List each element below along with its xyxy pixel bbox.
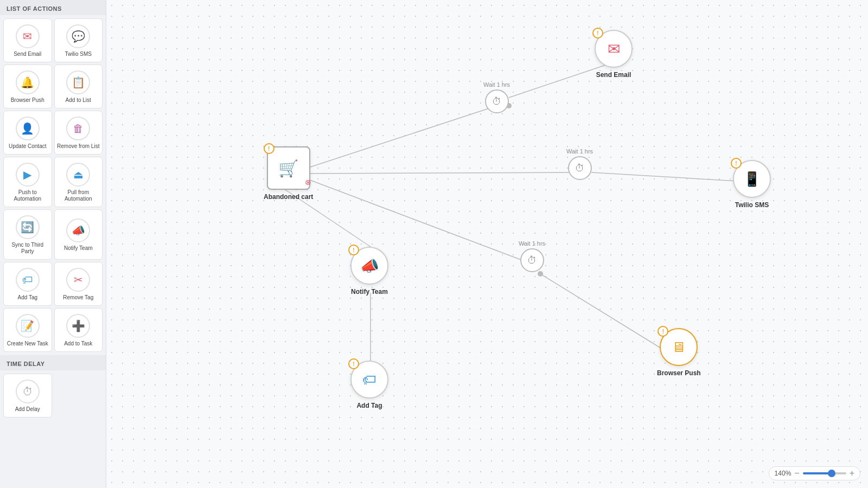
pull-automation-icon: ⏏ <box>66 163 90 187</box>
wait-3-circle[interactable]: ⏱ <box>520 248 544 272</box>
svg-line-2 <box>307 172 579 174</box>
remove-from-list-label: Remove from List <box>57 143 99 150</box>
abandoned-cart-label: Abandoned cart <box>264 193 313 201</box>
notify-team-circle: ! 📣 <box>350 247 388 285</box>
svg-line-3 <box>591 172 746 182</box>
zoom-in-button[interactable]: + <box>850 469 854 478</box>
time-delay-section-title: TIME DELAY <box>0 355 106 370</box>
sidebar-item-send-email[interactable]: ✉ Send Email <box>3 18 52 62</box>
add-task-label: Add to Task <box>64 341 92 347</box>
warning-icon: ! <box>348 358 359 369</box>
twilio-sms-node-label: Twilio SMS <box>735 201 769 209</box>
actions-grid: ✉ Send Email 💬 Twilio SMS 🔔 Browser Push… <box>0 15 106 355</box>
delay-grid: ⏱ Add Delay <box>0 370 106 421</box>
wait-1-circle[interactable]: ⏱ <box>485 89 509 113</box>
send-email-label: Send Email <box>14 51 41 57</box>
zoom-level-label: 140% <box>775 470 792 477</box>
twilio-sms-label: Twilio SMS <box>65 51 92 57</box>
wait-node-2: Wait 1 hrs ⏱ <box>566 148 593 180</box>
browser-push-label: Browser Push <box>11 97 44 104</box>
node-twilio-sms[interactable]: ! 📱 Twilio SMS <box>733 160 771 209</box>
node-browser-push[interactable]: ! 🖥 Browser Push <box>657 328 701 377</box>
sidebar-item-pull-automation[interactable]: ⏏ Pull from Automation <box>54 157 103 207</box>
svg-line-0 <box>307 106 497 168</box>
sidebar-item-push-automation[interactable]: ▶ Push to Automation <box>3 157 52 207</box>
node-add-tag[interactable]: ! 🏷 Add Tag <box>350 361 388 409</box>
wait-3-label: Wait 1 hrs <box>519 240 545 247</box>
remove-tag-icon: ✂ <box>66 268 90 292</box>
add-to-list-label: Add to List <box>66 97 91 104</box>
notify-team-node-label: Notify Team <box>351 288 388 296</box>
sidebar-item-add-task[interactable]: ➕ Add to Task <box>54 308 103 352</box>
send-email-circle: ! ✉ <box>595 30 633 68</box>
send-email-icon: ✉ <box>16 24 40 48</box>
sync-third-label: Sync to Third Party <box>6 242 49 255</box>
twilio-sms-icon: 💬 <box>66 24 90 48</box>
wait-2-label: Wait 1 hrs <box>566 148 593 155</box>
warning-icon: ! <box>264 143 275 154</box>
node-notify-team[interactable]: ! 📣 Notify Team <box>350 247 388 296</box>
pull-automation-label: Pull from Automation <box>57 189 100 202</box>
wait-1-label: Wait 1 hrs <box>483 81 510 88</box>
wait-node-1: Wait 1 hrs ⏱ <box>483 81 510 113</box>
sidebar-item-create-task[interactable]: 📝 Create New Task <box>3 308 52 352</box>
sidebar-item-twilio-sms[interactable]: 💬 Twilio SMS <box>54 18 103 62</box>
browser-push-circle: ! 🖥 <box>660 328 698 366</box>
add-to-list-icon: 📋 <box>66 70 90 94</box>
sidebar-item-add-tag[interactable]: 🏷 Add Tag <box>3 262 52 306</box>
add-tag-label: Add Tag <box>17 294 37 301</box>
node-abandoned-cart[interactable]: ! 🛒 ⊗ Abandoned cart <box>264 146 313 201</box>
sidebar: LIST OF ACTIONS ✉ Send Email 💬 Twilio SM… <box>0 0 106 488</box>
push-automation-label: Push to Automation <box>6 189 49 202</box>
send-email-node-label: Send Email <box>596 71 631 79</box>
remove-from-list-icon: 🗑 <box>66 117 90 140</box>
zoom-bar: 140% − + <box>769 466 860 480</box>
add-delay-label: Add Delay <box>15 406 40 413</box>
node-send-email[interactable]: ! ✉ Send Email <box>595 30 633 79</box>
sidebar-item-add-delay[interactable]: ⏱ Add Delay <box>3 374 52 418</box>
browser-push-node-label: Browser Push <box>657 369 701 377</box>
add-task-icon: ➕ <box>66 314 90 338</box>
sidebar-item-sync-third[interactable]: 🔄 Sync to Third Party <box>3 209 52 260</box>
create-task-icon: 📝 <box>16 314 40 338</box>
sidebar-item-add-to-list[interactable]: 📋 Add to List <box>54 65 103 108</box>
workflow-canvas: ! 🛒 ⊗ Abandoned cart ! ✉ Send Email ! 📱 … <box>106 0 868 488</box>
sync-third-icon: 🔄 <box>16 215 40 239</box>
notify-team-icon: 📣 <box>66 219 90 242</box>
warning-icon: ! <box>658 326 668 337</box>
sidebar-item-browser-push[interactable]: 🔔 Browser Push <box>3 65 52 108</box>
actions-section-title: LIST OF ACTIONS <box>0 0 106 15</box>
sidebar-item-update-contact[interactable]: 👤 Update Contact <box>3 111 52 155</box>
add-delay-icon: ⏱ <box>16 380 40 403</box>
create-task-label: Create New Task <box>7 341 48 347</box>
connector-lines <box>106 0 868 488</box>
remove-tag-label: Remove Tag <box>63 294 93 301</box>
svg-line-5 <box>540 274 668 352</box>
zoom-slider[interactable] <box>803 472 846 474</box>
sidebar-item-remove-tag[interactable]: ✂ Remove Tag <box>54 262 103 306</box>
add-tag-icon: 🏷 <box>16 268 40 292</box>
svg-line-1 <box>509 65 605 98</box>
add-tag-circle: ! 🏷 <box>350 361 388 399</box>
wait-node-3: Wait 1 hrs ⏱ <box>519 240 545 272</box>
update-contact-label: Update Contact <box>9 143 47 150</box>
warning-icon: ! <box>592 28 603 38</box>
warning-icon: ! <box>348 245 359 255</box>
notify-team-label: Notify Team <box>64 245 93 252</box>
twilio-sms-circle: ! 📱 <box>733 160 771 198</box>
push-automation-icon: ▶ <box>16 163 40 187</box>
add-tag-node-label: Add Tag <box>356 402 382 409</box>
sidebar-item-remove-from-list[interactable]: 🗑 Remove from List <box>54 111 103 155</box>
update-contact-icon: 👤 <box>16 117 40 140</box>
warning-icon: ! <box>731 158 742 169</box>
sidebar-item-notify-team[interactable]: 📣 Notify Team <box>54 209 103 260</box>
zoom-out-button[interactable]: − <box>794 469 799 478</box>
browser-push-icon: 🔔 <box>16 70 40 94</box>
svg-line-4 <box>307 179 529 263</box>
wait-2-circle[interactable]: ⏱ <box>568 156 592 180</box>
trigger-box: ! 🛒 ⊗ <box>267 146 310 190</box>
